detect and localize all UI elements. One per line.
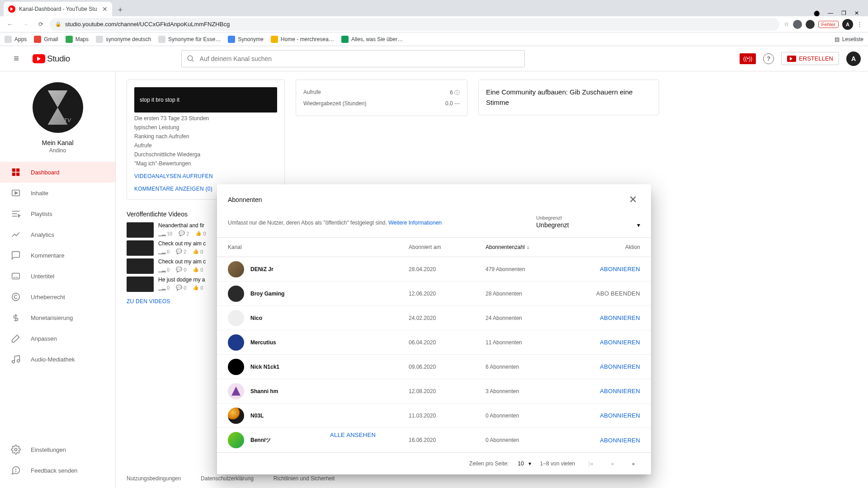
sidebar-bottom: Einstellungen Feedback senden — [0, 439, 115, 481]
bookmark-item[interactable]: Synonyme für Esse… — [158, 36, 221, 43]
reading-list-label[interactable]: Leseliste — [842, 36, 863, 42]
first-page-button[interactable]: |◂ — [584, 457, 597, 470]
profile-avatar[interactable]: A — [842, 19, 853, 30]
channel-cell[interactable]: Nico — [228, 310, 409, 326]
col-subscribers[interactable]: Abonnentenzahl↓ — [486, 244, 576, 250]
bookmark-apps[interactable]: Apps — [5, 36, 27, 43]
youtube-favicon-icon — [8, 5, 15, 13]
channel-cell[interactable]: Broy Gaming — [228, 286, 409, 302]
stat-row: Ranking nach Aufrufen — [134, 133, 277, 140]
error-badge[interactable]: Fehler — [818, 21, 839, 28]
studio-logo[interactable]: Studio — [33, 54, 70, 64]
settings-dot-icon[interactable]: ⬤ — [814, 10, 820, 16]
subscribe-action-button[interactable]: ABONNIEREN — [600, 437, 640, 444]
channel-cell[interactable]: Shanni hm — [228, 383, 409, 399]
sidebar-item-comments[interactable]: Kommentare — [0, 245, 115, 266]
account-avatar[interactable]: A — [846, 52, 861, 66]
extension-icon[interactable] — [793, 20, 802, 29]
sidebar-item-analytics[interactable]: Analytics — [0, 224, 115, 245]
create-button[interactable]: ERSTELLEN — [781, 52, 839, 65]
footer-link[interactable]: Nutzungsbedingungen — [127, 475, 181, 482]
sidebar-item-playlists[interactable]: Playlists — [0, 203, 115, 224]
new-tab-button[interactable]: + — [114, 4, 127, 16]
channel-cell[interactable]: Nick N1ck1 — [228, 359, 409, 375]
channel-cell[interactable]: Benniツ — [228, 432, 409, 448]
table-header: Kanal Abonniert am Abonnentenzahl↓ Aktio… — [217, 237, 651, 257]
bookmark-item[interactable]: synonyme deutsch — [96, 36, 151, 43]
star-icon[interactable]: ☆ — [784, 21, 789, 28]
hamburger-menu[interactable]: ≡ — [7, 50, 25, 68]
prev-page-button[interactable]: ◂ — [606, 457, 618, 470]
subtitles-icon — [11, 271, 21, 281]
reload-button[interactable]: ⟳ — [34, 18, 47, 31]
sidebar-item-dashboard[interactable]: Dashboard — [0, 162, 115, 183]
close-dialog-button[interactable]: ✕ — [626, 192, 640, 207]
sidebar-item-audio[interactable]: Audio-Mediathek — [0, 349, 115, 370]
subscribe-action-button[interactable]: ABONNIEREN — [600, 412, 640, 419]
page-range: 1–8 von vielen — [540, 460, 575, 467]
table-row: DENiZ Jr28.04.2020479 AbonnentenABONNIER… — [217, 257, 651, 282]
sidebar-item-subtitles[interactable]: Untertitel — [0, 266, 115, 286]
time-filter[interactable]: Unbegrenzt Unbegrenzt ▾ — [536, 215, 640, 230]
subscribe-action-button[interactable]: ABONNIEREN — [600, 363, 640, 370]
studio-header: ≡ Studio ((•)) ? ERSTELLEN A — [0, 46, 868, 71]
browser-tab[interactable]: Kanal-Dashboard - YouTube Stu ✕ — [4, 2, 112, 16]
video-camera-icon — [787, 56, 796, 62]
video-thumbnail[interactable]: stop it bro stop it — [134, 87, 277, 113]
address-bar[interactable]: 🔒 studio.youtube.com/channel/UCCxGFkdAnp… — [50, 18, 779, 31]
extension-icon[interactable] — [806, 20, 815, 29]
channel-avatar[interactable]: TV — [33, 82, 83, 133]
subscribers-dialog: Abonnenten ✕ Umfasst nur die Nutzer, der… — [217, 184, 651, 474]
subscribe-action-button[interactable]: ABO BEENDEN — [596, 290, 640, 297]
more-info-link[interactable]: Weitere Informationen — [388, 220, 442, 226]
footer-link[interactable]: Datenschutzerklärung — [201, 475, 254, 482]
subscribe-action-button[interactable]: ABONNIEREN — [600, 266, 640, 272]
bookmark-maps[interactable]: Maps — [66, 36, 89, 43]
channel-avatar-icon — [228, 286, 244, 302]
sidebar-item-feedback[interactable]: Feedback senden — [0, 460, 115, 481]
close-window-button[interactable]: ✕ — [854, 10, 859, 16]
thumb-up-icon: 👍 — [195, 230, 202, 236]
chrome-menu-icon[interactable]: ⋮ — [857, 21, 863, 28]
sidebar-item-monetization[interactable]: Monetarisierung — [0, 307, 115, 328]
sidebar-item-settings[interactable]: Einstellungen — [0, 439, 115, 460]
footer-link[interactable]: Richtlinien und Sicherheit — [274, 475, 335, 482]
svg-point-18 — [17, 360, 20, 362]
video-analytics-link[interactable]: VIDEOANALYSEN AUFRUFEN — [134, 173, 277, 179]
back-button[interactable]: ← — [4, 18, 16, 31]
sidebar-item-content[interactable]: Inhalte — [0, 183, 115, 203]
subscribe-action-button[interactable]: ABONNIEREN — [600, 314, 640, 321]
help-button[interactable]: ? — [763, 53, 774, 64]
sidebar-item-customize[interactable]: Anpassen — [0, 328, 115, 349]
channel-cell[interactable]: N03L — [228, 408, 409, 424]
next-page-button[interactable]: ▸ — [627, 457, 640, 470]
tips-card: Eine Community aufbauen: Gib Zuschauern … — [478, 80, 659, 115]
search-input[interactable] — [181, 50, 525, 67]
subscribe-action-button[interactable]: ABONNIEREN — [600, 388, 640, 394]
bookmark-gmail[interactable]: Gmail — [34, 36, 58, 43]
svg-point-21 — [16, 471, 16, 472]
maximize-button[interactable]: ❐ — [841, 10, 846, 16]
bookmark-item[interactable]: Home - merchresea… — [271, 36, 334, 43]
rows-per-page-select[interactable]: 10 ▾ — [518, 460, 531, 467]
bookmark-item[interactable]: Alles, was Sie über… — [341, 36, 403, 43]
channel-cell[interactable]: Mercutius — [228, 334, 409, 351]
minimize-button[interactable]: — — [828, 10, 833, 16]
live-badge[interactable]: ((•)) — [740, 53, 756, 64]
reading-list-icon[interactable]: ▤ — [835, 36, 840, 42]
filter-select[interactable]: Unbegrenzt ▾ — [536, 221, 640, 230]
close-tab-icon[interactable]: ✕ — [102, 5, 108, 13]
channel-name: Nico — [250, 315, 262, 321]
info-icon[interactable]: ⓘ — [454, 89, 460, 96]
sidebar-item-label: Playlists — [31, 211, 52, 217]
bookmark-item[interactable]: Synonyme — [228, 36, 264, 43]
channel-cell[interactable]: DENiZ Jr — [228, 261, 409, 277]
col-date[interactable]: Abonniert am — [409, 244, 486, 250]
view-all-link[interactable]: ALLE ANSEHEN — [330, 432, 376, 438]
forward-button[interactable]: → — [19, 18, 32, 31]
sidebar-item-copyright[interactable]: Urheberrecht — [0, 286, 115, 307]
subscribe-action-button[interactable]: ABONNIEREN — [600, 339, 640, 346]
url-text: studio.youtube.com/channel/UCCxGFkdAnpoK… — [65, 21, 230, 28]
col-channel[interactable]: Kanal — [228, 244, 409, 250]
subscribed-date: 11.03.2020 — [409, 413, 486, 419]
